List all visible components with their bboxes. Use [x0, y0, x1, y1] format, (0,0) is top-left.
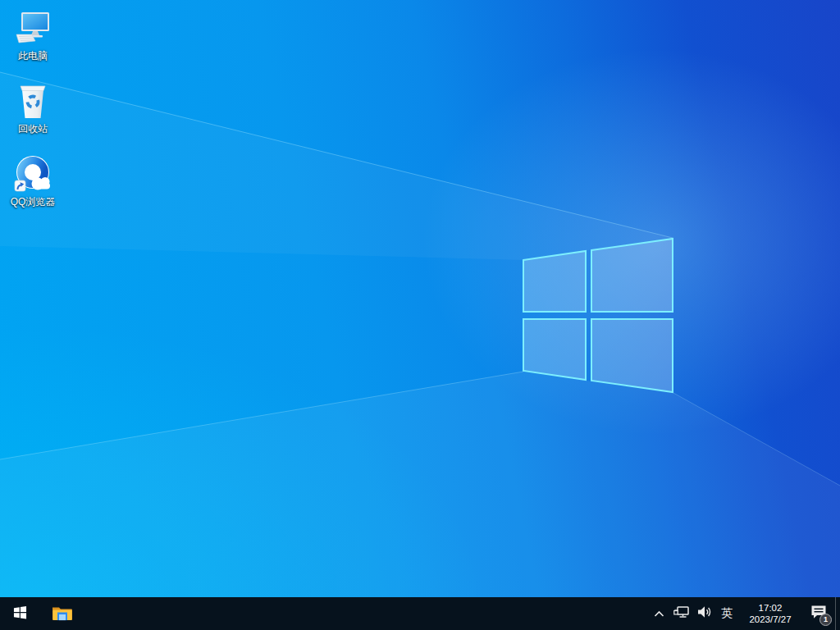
start-icon: [13, 605, 27, 623]
chevron-up-icon: [654, 606, 664, 621]
recycle-bin-icon: [13, 83, 52, 121]
desktop-icon-recycle-bin[interactable]: 回收站: [3, 78, 62, 138]
desktop-icon-label: 此电脑: [18, 50, 48, 62]
volume-icon: [697, 605, 711, 622]
wallpaper-light-rays: [0, 0, 840, 630]
show-desktop-button[interactable]: [835, 597, 840, 630]
file-explorer-button[interactable]: [43, 597, 82, 630]
network-icon: [673, 605, 689, 622]
desktop-icon-grid: 此电脑 回收站: [3, 5, 62, 224]
desktop-icon-qq-browser[interactable]: QQ浏览器: [3, 151, 62, 211]
this-pc-icon: [13, 10, 52, 48]
shortcut-arrow-overlay: [15, 180, 25, 191]
system-tray: 英 17:02 2023/7/27 1: [648, 597, 840, 630]
desktop-icon-this-pc[interactable]: 此电脑: [3, 5, 62, 65]
desktop-icon-label: QQ浏览器: [11, 196, 56, 208]
tray-expand-button[interactable]: [648, 597, 669, 630]
windows-logo: [523, 239, 673, 392]
ime-indicator[interactable]: 英: [715, 597, 738, 630]
ime-indicator-label: 英: [721, 606, 733, 621]
clock-time: 17:02: [759, 602, 783, 614]
taskbar-clock[interactable]: 17:02 2023/7/27: [738, 597, 802, 630]
qq-browser-icon: [13, 156, 52, 194]
file-explorer-icon: [52, 603, 73, 625]
taskbar: 英 17:02 2023/7/27 1: [0, 597, 840, 630]
action-center-button[interactable]: 1: [802, 597, 835, 630]
network-button[interactable]: [669, 597, 692, 630]
clock-date: 2023/7/27: [749, 614, 791, 625]
start-button[interactable]: [0, 597, 39, 630]
volume-button[interactable]: [692, 597, 715, 630]
desktop-icon-label: 回收站: [18, 123, 48, 135]
desktop-wallpaper: [0, 0, 840, 630]
notification-count-badge: 1: [819, 614, 832, 626]
